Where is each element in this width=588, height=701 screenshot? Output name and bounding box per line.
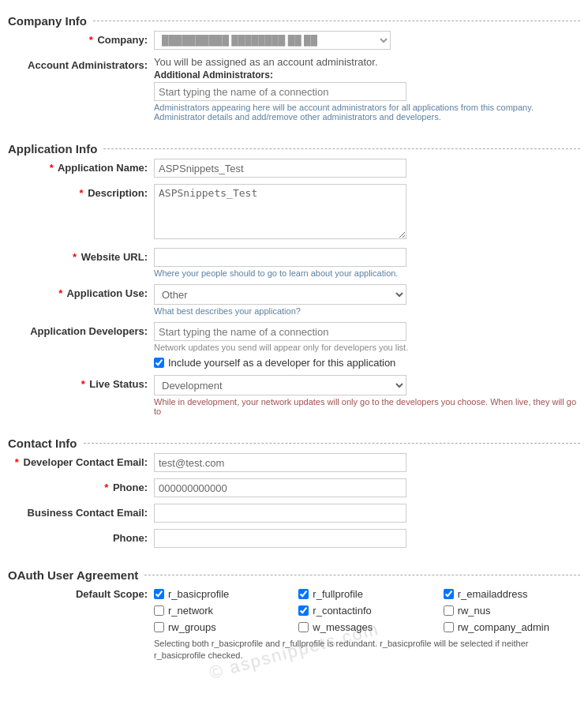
scope-checkbox-w-messages[interactable] xyxy=(298,622,309,632)
biz-email-row: Business Contact Email: xyxy=(8,504,580,523)
company-select[interactable]: ██████████ ████████ ██ ██ xyxy=(154,31,391,50)
live-status-label: * Live Status: xyxy=(8,375,154,390)
app-developers-label: Application Developers: xyxy=(8,322,154,337)
dev-phone-input[interactable] xyxy=(154,478,406,497)
app-developers-row: Application Developers: Network updates … xyxy=(8,322,580,369)
scope-checkbox-rw-nus[interactable] xyxy=(444,605,454,616)
description-label: * Description: xyxy=(8,184,154,199)
dev-phone-content xyxy=(154,478,580,497)
required-star-5: * xyxy=(58,287,62,299)
required-star-4: * xyxy=(73,251,77,263)
required-star-6: * xyxy=(81,378,85,390)
scope-rw-nus: rw_nus xyxy=(444,605,580,617)
section-divider-app xyxy=(103,148,580,149)
app-developers-input[interactable] xyxy=(154,322,406,341)
required-star: * xyxy=(89,34,93,46)
app-use-content: Other Business Personal Education What b… xyxy=(154,284,580,316)
additional-admin-input[interactable] xyxy=(154,82,406,101)
scope-checkbox-r-basicprofile[interactable] xyxy=(154,589,164,599)
scope-checkbox-r-contactinfo[interactable] xyxy=(298,605,309,616)
app-info-section: * Application Name: * Description: ASPSn… xyxy=(0,159,588,430)
contact-info-header: Contact Info xyxy=(8,437,84,450)
app-use-select[interactable]: Other Business Personal Education xyxy=(154,284,406,305)
scope-label-r-network: r_network xyxy=(168,605,213,617)
website-url-label: * Website URL: xyxy=(8,248,154,263)
app-name-input[interactable] xyxy=(154,159,406,178)
app-name-row: * Application Name: xyxy=(8,159,580,178)
scope-r-basicprofile: r_basicprofile xyxy=(154,588,290,600)
section-divider-oauth xyxy=(144,575,580,575)
scope-checkbox-r-emailaddress[interactable] xyxy=(444,589,454,599)
biz-email-label: Business Contact Email: xyxy=(8,504,154,519)
include-yourself-row: Include yourself as a developer for this… xyxy=(154,357,580,369)
scope-row: Default Scope: r_basicprofile r_fullprof… xyxy=(8,585,580,662)
app-info-header: Application Info xyxy=(8,142,103,156)
include-yourself-checkbox[interactable] xyxy=(154,358,164,368)
company-info-section: * Company: ██████████ ████████ ██ ██ Acc… xyxy=(0,31,588,136)
website-url-help: Where your people should to go to learn … xyxy=(154,268,580,278)
scope-content: r_basicprofile r_fullprofile r_emailaddr… xyxy=(154,585,580,662)
scope-label-rw-company-admin: rw_company_admin xyxy=(458,621,549,633)
website-url-row: * Website URL: Where your people should … xyxy=(8,248,580,278)
required-star-7: * xyxy=(15,456,19,468)
website-url-input[interactable] xyxy=(154,248,406,267)
include-yourself-label: Include yourself as a developer for this… xyxy=(168,357,395,369)
scope-checkbox-rw-groups[interactable] xyxy=(154,622,164,632)
scope-checkbox-r-fullprofile[interactable] xyxy=(298,589,309,599)
app-use-row: * Application Use: Other Business Person… xyxy=(8,284,580,316)
live-status-help: While in development, your network updat… xyxy=(154,397,580,416)
dev-email-row: * Developer Contact Email: xyxy=(8,453,580,472)
scope-checkbox-rw-company-admin[interactable] xyxy=(444,622,454,632)
dev-email-input[interactable] xyxy=(154,453,406,472)
scope-rw-company-admin: rw_company_admin xyxy=(444,621,580,633)
scope-label-rw-nus: rw_nus xyxy=(458,605,491,617)
company-label: * Company: xyxy=(8,31,154,46)
app-name-content xyxy=(154,159,580,178)
contact-info-section: * Developer Contact Email: * Phone: Busi… xyxy=(0,453,588,562)
description-row: * Description: ASPSnippets_Test xyxy=(8,184,580,242)
oauth-section: Default Scope: r_basicprofile r_fullprof… xyxy=(0,585,588,677)
app-developers-help: Network updates you send will appear onl… xyxy=(154,343,580,352)
app-developers-content: Network updates you send will appear onl… xyxy=(154,322,580,369)
required-star-8: * xyxy=(104,482,108,493)
scope-label-r-contactinfo: r_contactinfo xyxy=(313,605,371,617)
description-content: ASPSnippets_Test xyxy=(154,184,580,242)
description-textarea[interactable]: ASPSnippets_Test xyxy=(154,184,406,239)
biz-email-input[interactable] xyxy=(154,504,406,523)
section-divider xyxy=(93,21,580,21)
scope-label-rw-groups: rw_groups xyxy=(168,621,216,633)
additional-admin-label: Additional Administrators: xyxy=(154,69,580,81)
live-status-content: Development Live While in development, y… xyxy=(154,375,580,416)
account-admin-content: You will be assigned as an account admin… xyxy=(154,56,580,122)
app-use-label: * Application Use: xyxy=(8,284,154,299)
dev-phone-row: * Phone: xyxy=(8,478,580,497)
company-content: ██████████ ████████ ██ ██ xyxy=(154,31,580,50)
scope-label-r-emailaddress: r_emailaddress xyxy=(458,588,528,600)
oauth-header: OAuth User Agreement xyxy=(8,568,144,582)
biz-email-content xyxy=(154,504,580,523)
account-admin-row: Account Administrators: You will be assi… xyxy=(8,56,580,122)
section-divider-contact xyxy=(84,443,581,444)
scope-grid: r_basicprofile r_fullprofile r_emailaddr… xyxy=(154,588,580,633)
scope-label-w-messages: w_messages xyxy=(313,621,373,633)
company-info-header: Company Info xyxy=(8,14,93,28)
scope-r-contactinfo: r_contactinfo xyxy=(298,605,435,617)
scope-checkbox-r-network[interactable] xyxy=(154,605,164,616)
scope-r-emailaddress: r_emailaddress xyxy=(444,588,580,600)
required-star-2: * xyxy=(50,162,54,174)
live-status-select[interactable]: Development Live xyxy=(154,375,406,395)
scope-label-r-basicprofile: r_basicprofile xyxy=(168,588,229,600)
admin-note: You will be assigned as an account admin… xyxy=(154,56,580,68)
scope-w-messages: w_messages xyxy=(298,621,435,633)
scope-r-network: r_network xyxy=(154,605,290,617)
biz-phone-row: Phone: xyxy=(8,529,580,548)
biz-phone-label: Phone: xyxy=(8,529,154,544)
app-use-help: What best describes your application? xyxy=(154,306,580,316)
scope-label: Default Scope: xyxy=(8,585,154,600)
company-row: * Company: ██████████ ████████ ██ ██ xyxy=(8,31,580,50)
biz-phone-input[interactable] xyxy=(154,529,406,548)
dev-email-content xyxy=(154,453,580,472)
live-status-row: * Live Status: Development Live While in… xyxy=(8,375,580,416)
scope-r-fullprofile: r_fullprofile xyxy=(298,588,435,600)
admin-help-text: Administrators appearing here will be ac… xyxy=(154,103,580,122)
